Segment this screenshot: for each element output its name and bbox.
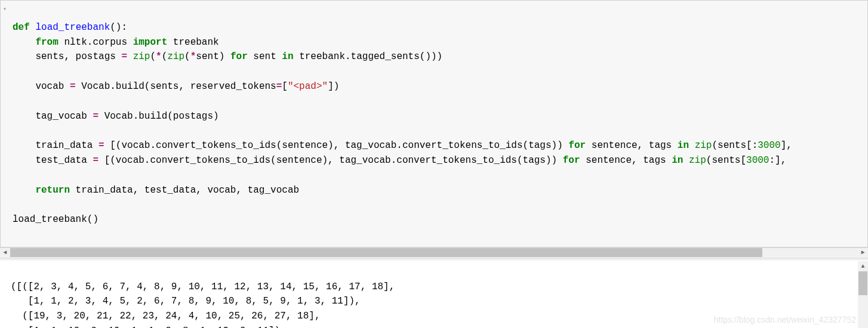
keyword-def: def [13, 22, 30, 33]
keyword-import: import [133, 37, 168, 48]
function-name: load_treebank [35, 22, 110, 33]
fold-gutter[interactable]: ▾ [3, 5, 7, 13]
scrollbar-track-v[interactable] [858, 271, 868, 328]
keyword-from: from [35, 37, 58, 48]
horizontal-scrollbar[interactable]: ◄ ► [0, 247, 868, 258]
output-line: ([([2, 3, 4, 5, 6, 7, 4, 8, 9, 10, 11, 1… [11, 281, 395, 292]
string-literal: "<pad>" [288, 81, 328, 92]
output-line: [1, 1, 2, 3, 4, 5, 2, 6, 7, 8, 9, 10, 8,… [11, 296, 361, 307]
scroll-up-icon[interactable]: ▲ [858, 261, 868, 271]
scrollbar-thumb-v[interactable] [858, 271, 867, 295]
keyword-return: return [35, 185, 70, 196]
vertical-scrollbar[interactable]: ▲ ▼ [858, 261, 868, 328]
output-line: ([19, 3, 20, 21, 22, 23, 24, 4, 10, 25, … [11, 311, 320, 321]
code-cell[interactable]: ▾ def load_treebank(): from nltk.corpus … [0, 0, 868, 247]
fold-marker-icon[interactable]: ▾ [3, 6, 7, 13]
scroll-left-icon[interactable]: ◄ [0, 247, 10, 258]
code-call: load_treebank() [13, 214, 99, 225]
code-editor[interactable]: def load_treebank(): from nltk.corpus im… [5, 5, 867, 242]
output-line: [1, 1, 12, 9, 10, 1, 1, 2, 8, 1, 13, 9, … [11, 326, 286, 328]
scrollbar-track[interactable] [10, 247, 858, 258]
scrollbar-thumb[interactable] [10, 248, 762, 257]
scroll-right-icon[interactable]: ► [858, 247, 868, 258]
output-area[interactable]: ([([2, 3, 4, 5, 6, 7, 4, 8, 9, 10, 11, 1… [0, 261, 868, 328]
